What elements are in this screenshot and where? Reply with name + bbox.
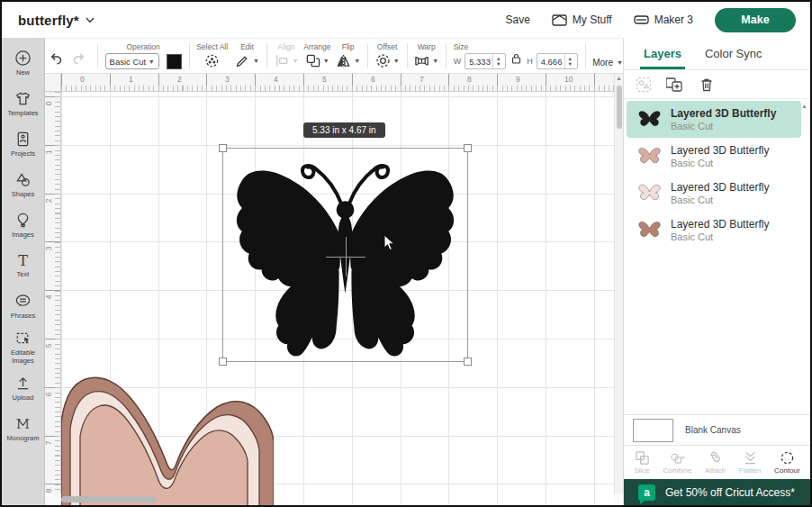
edit-toolbar: Operation Basic Cut ▼ Select All Edit ▼: [45, 38, 623, 74]
combine-icon: [670, 450, 685, 466]
chevron-down-icon: ▼: [253, 58, 259, 64]
operation-dropdown[interactable]: Basic Cut ▼: [105, 53, 159, 69]
blank-canvas-row[interactable]: Blank Canvas: [624, 414, 810, 445]
cricut-access-banner[interactable]: a Get 50% off Cricut Access*: [624, 479, 810, 505]
delete-button[interactable]: [698, 76, 716, 94]
ruler-corner: [45, 74, 61, 92]
list-scroll-up-icon[interactable]: ▲: [801, 103, 807, 109]
sidebar-item-upload[interactable]: Upload: [2, 368, 45, 409]
vertical-ruler: 01 23 45 67 8: [45, 92, 61, 493]
layer-row-3[interactable]: Layered 3D Butterfly Basic Cut: [627, 175, 801, 212]
speech-bubble-icon: [14, 293, 32, 310]
width-input[interactable]: [465, 57, 492, 67]
chevron-down-icon: ▼: [323, 58, 329, 64]
sidebar-item-phrases[interactable]: Phrases: [2, 286, 45, 327]
chevron-down-icon: ▼: [617, 59, 623, 66]
scroll-up-arrow-icon[interactable]: ▲: [615, 75, 623, 81]
trash-icon: [698, 76, 716, 94]
flatten-button[interactable]: Flatten: [739, 450, 761, 475]
chevron-down-icon: ▼: [149, 59, 155, 65]
chevron-down-icon: ▼: [354, 58, 360, 64]
toolbar-divider: [266, 43, 267, 68]
envelope-icon: [552, 14, 567, 26]
scrollbar-thumb[interactable]: [617, 86, 622, 129]
layer-row-4[interactable]: Layered 3D Butterfly Basic Cut: [627, 212, 801, 249]
duplicate-icon: [666, 76, 684, 94]
toolbar-divider: [189, 43, 190, 68]
width-stepper[interactable]: ▲▼: [492, 54, 503, 68]
flip-icon: [336, 53, 351, 68]
layers-panel: Layers Color Sync ▲ Layered 3D Butterfly: [623, 38, 810, 505]
layer-thumbnail-butterfly: [637, 221, 662, 240]
offset-icon: [375, 53, 391, 68]
offset-menu-button[interactable]: Offset ▼: [375, 39, 400, 73]
layer-thumbnail-butterfly: [637, 147, 662, 167]
machine-select-button[interactable]: Maker 3: [634, 14, 693, 26]
canvas-horizontal-scrollbar[interactable]: [61, 495, 614, 503]
my-stuff-button[interactable]: My Stuff: [552, 14, 612, 26]
left-sidebar: New Templates Projects Shapes Images T T…: [2, 38, 45, 505]
attach-icon: [708, 450, 723, 466]
design-canvas[interactable]: 01 23 45 67 89 1011 01 23 45 67 8 100% 5…: [45, 74, 623, 505]
slice-button[interactable]: Slice: [634, 450, 649, 475]
save-button[interactable]: Save: [505, 14, 529, 26]
letter-t-icon: T: [18, 253, 28, 268]
header: butterfly* Save My Stuff Maker 3 Make: [2, 2, 810, 38]
arrange-menu-button[interactable]: Arrange ▼: [303, 39, 330, 73]
chevron-down-icon: [86, 17, 95, 23]
select-all-button[interactable]: Select All: [196, 39, 228, 73]
undo-button[interactable]: [45, 46, 68, 73]
group-button[interactable]: [635, 76, 653, 94]
align-icon: [275, 53, 290, 68]
contour-icon: [780, 450, 795, 466]
resize-handle-bottom-left[interactable]: [219, 358, 227, 366]
make-button[interactable]: Make: [715, 8, 796, 32]
height-stepper[interactable]: ▲▼: [564, 54, 575, 68]
slice-icon: [635, 450, 650, 466]
scrollbar-thumb[interactable]: [61, 496, 157, 502]
layered-butterfly-artwork[interactable]: [61, 369, 274, 505]
sidebar-item-editable-images[interactable]: Editable Images: [2, 327, 45, 368]
toolbar-divider: [97, 43, 98, 68]
redo-button[interactable]: [68, 46, 90, 73]
attach-button[interactable]: Attach: [705, 450, 726, 475]
tab-layers[interactable]: Layers: [644, 38, 681, 69]
toolbar-divider: [407, 43, 408, 68]
align-menu-button[interactable]: Align ▼: [275, 39, 299, 73]
resize-handle-top-left[interactable]: [219, 144, 227, 152]
color-swatch[interactable]: [167, 54, 182, 69]
project-title-menu[interactable]: butterfly*: [18, 13, 95, 28]
height-input[interactable]: [537, 57, 564, 67]
resize-handle-bottom-right[interactable]: [464, 358, 472, 366]
sidebar-item-monogram[interactable]: Monogram: [2, 409, 45, 449]
toolbar-divider: [585, 43, 586, 68]
canvas-vertical-scrollbar[interactable]: ▲: [614, 74, 623, 493]
combine-button[interactable]: Combine: [663, 450, 692, 475]
sidebar-item-shapes[interactable]: Shapes: [2, 165, 45, 205]
balloon-icon: [14, 212, 32, 229]
selection-center-crosshair: [346, 237, 347, 276]
tab-color-sync[interactable]: Color Sync: [705, 38, 762, 69]
sidebar-item-images[interactable]: Images: [2, 205, 45, 246]
contour-button[interactable]: Contour: [774, 450, 799, 475]
sidebar-item-new[interactable]: New: [2, 43, 45, 84]
layer-row-2[interactable]: Layered 3D Butterfly Basic Cut: [627, 138, 801, 175]
app-window: butterfly* Save My Stuff Maker 3 Make Ne…: [0, 0, 812, 507]
duplicate-button[interactable]: [666, 76, 684, 94]
size-tooltip: 5.33 in x 4.67 in: [303, 122, 385, 138]
sidebar-item-projects[interactable]: Projects: [2, 124, 45, 165]
undo-icon: [49, 50, 64, 66]
header-actions: Save My Stuff Maker 3 Make: [505, 8, 810, 32]
arrange-icon: [305, 53, 320, 68]
frame-cursor-icon: [14, 330, 32, 347]
warp-menu-button[interactable]: Warp ▼: [414, 39, 438, 73]
sidebar-item-templates[interactable]: Templates: [2, 84, 45, 124]
more-menu-button[interactable]: More ▼: [592, 51, 623, 73]
tshirt-icon: [14, 90, 32, 107]
flip-menu-button[interactable]: Flip ▼: [336, 39, 360, 73]
layer-row-1[interactable]: Layered 3D Butterfly Basic Cut: [627, 101, 801, 138]
sidebar-item-text[interactable]: T Text: [2, 246, 45, 286]
edit-menu-button[interactable]: Edit ▼: [235, 39, 259, 73]
resize-handle-top-right[interactable]: [464, 144, 472, 152]
aspect-lock-button[interactable]: [511, 53, 521, 64]
